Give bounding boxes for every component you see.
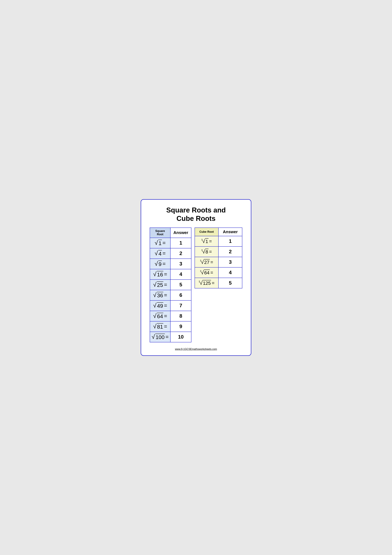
sq-answer-cell: 9 — [170, 321, 191, 332]
sqrt-expression: √ 25 = — [153, 281, 167, 288]
sqrt-expression: √ 9 = — [155, 260, 166, 267]
sq-expr-cell: √ 1 = — [150, 238, 170, 248]
sqrt-expression: √ 16 = — [153, 271, 167, 278]
radical-symbol: √ — [153, 313, 157, 319]
sqrt-number: 1 — [158, 240, 162, 246]
equals-sign: = — [163, 240, 166, 246]
sqrt-number: 25 — [157, 281, 164, 288]
cbrt-equals-sign: = — [209, 239, 212, 244]
sq-answer-cell: 4 — [170, 269, 191, 280]
cbrt-number: 64 — [204, 270, 210, 275]
sq-expr-cell: √ 36 = — [150, 290, 170, 300]
sqrt-number: 9 — [158, 261, 162, 267]
sq-answer-cell: 10 — [170, 332, 191, 342]
cbrt-radical-symbol: √ — [202, 248, 205, 255]
sqrt-expression: √ 1 = — [155, 240, 166, 246]
sqrt-number: 4 — [158, 250, 162, 257]
cbrt-radical-symbol: √ — [200, 280, 203, 286]
cube-index: 3 — [201, 249, 203, 251]
cb-answer-cell: 2 — [218, 247, 242, 257]
sqrt-number: 16 — [157, 271, 164, 278]
cube-root-table: Cube Root Answer 3 √ 1 = 1 3 √ 8 = 2 3 √… — [195, 227, 242, 288]
cbrt-radical-symbol: √ — [202, 238, 205, 244]
radical-symbol: √ — [152, 334, 155, 340]
sq-expr-cell: √ 64 = — [150, 311, 170, 321]
equals-sign: = — [164, 302, 167, 309]
cbrt-number: 125 — [202, 280, 211, 286]
cbrt-equals-sign: = — [210, 270, 213, 275]
sq-expr-cell: √ 81 = — [150, 321, 170, 332]
cb-answer-cell: 4 — [218, 267, 242, 278]
square-root-table: Square Root Answer √ 1 = 1 √ 4 = 2 √ 9 =… — [150, 227, 192, 342]
cbrt-expression: 3 √ 64 = — [200, 270, 213, 276]
cb-answer-cell: 1 — [218, 236, 242, 247]
cb-answer-cell: 5 — [218, 278, 242, 288]
sqrt-expression: √ 100 = — [152, 334, 169, 340]
radical-symbol: √ — [153, 323, 157, 330]
radical-symbol: √ — [155, 250, 158, 257]
cbrt-expression: 3 √ 8 = — [201, 248, 212, 255]
cbrt-equals-sign: = — [210, 259, 213, 265]
radical-symbol: √ — [155, 260, 158, 267]
cb-col1-header: Cube Root — [195, 228, 218, 236]
sq-expr-cell: √ 100 = — [150, 332, 170, 342]
equals-sign: = — [164, 292, 167, 298]
cbrt-radical-symbol: √ — [201, 259, 204, 265]
sqrt-number: 64 — [157, 313, 164, 319]
sq-answer-cell: 5 — [170, 280, 191, 290]
sqrt-number: 49 — [157, 302, 164, 309]
tables-container: Square Root Answer √ 1 = 1 √ 4 = 2 √ 9 =… — [150, 227, 242, 342]
sqrt-expression: √ 81 = — [153, 323, 167, 330]
cbrt-equals-sign: = — [209, 249, 212, 254]
radical-symbol: √ — [153, 302, 157, 309]
sq-expr-cell: √ 4 = — [150, 248, 170, 259]
cbrt-expression: 3 √ 1 = — [201, 238, 212, 244]
cb-expr-cell: 3 √ 1 = — [195, 236, 218, 247]
footer-link[interactable]: www.9-1GCSEmathsworksheets.com — [175, 348, 217, 351]
sq-answer-cell: 7 — [170, 300, 191, 311]
equals-sign: = — [163, 261, 166, 267]
sq-expr-cell: √ 25 = — [150, 280, 170, 290]
sq-col2-header: Answer — [170, 228, 191, 238]
sq-answer-cell: 8 — [170, 311, 191, 321]
radical-symbol: √ — [153, 281, 157, 288]
equals-sign: = — [164, 271, 167, 277]
cbrt-number: 8 — [205, 249, 208, 255]
equals-sign: = — [164, 323, 167, 329]
sq-answer-cell: 3 — [170, 259, 191, 269]
cb-answer-cell: 3 — [218, 257, 242, 267]
sq-expr-cell: √ 9 = — [150, 259, 170, 269]
equals-sign: = — [164, 313, 167, 319]
cube-index: 3 — [200, 270, 201, 272]
cb-expr-cell: 3 √ 27 = — [195, 257, 218, 267]
cbrt-number: 1 — [205, 238, 208, 244]
sqrt-expression: √ 64 = — [153, 313, 167, 319]
page-title: Square Roots and Cube Roots — [166, 206, 226, 223]
equals-sign: = — [165, 334, 169, 340]
sq-expr-cell: √ 16 = — [150, 269, 170, 280]
cb-expr-cell: 3 √ 64 = — [195, 267, 218, 278]
sq-answer-cell: 1 — [170, 238, 191, 248]
equals-sign: = — [163, 250, 166, 256]
radical-symbol: √ — [153, 271, 157, 278]
radical-symbol: √ — [155, 240, 158, 246]
cbrt-radical-symbol: √ — [201, 270, 204, 276]
cb-expr-cell: 3 √ 8 = — [195, 247, 218, 257]
sq-expr-cell: √ 49 = — [150, 300, 170, 311]
page: Square Roots and Cube Roots Square Root … — [141, 199, 251, 356]
cube-index: 3 — [200, 259, 201, 262]
sq-answer-cell: 6 — [170, 290, 191, 300]
cbrt-number: 27 — [204, 259, 210, 265]
equals-sign: = — [164, 282, 167, 288]
cb-expr-cell: 3 √ 125 = — [195, 278, 218, 288]
cbrt-equals-sign: = — [212, 280, 214, 286]
sqrt-number: 36 — [157, 292, 164, 299]
sq-col1-header: Square Root — [150, 228, 170, 238]
cbrt-expression: 3 √ 125 = — [199, 280, 214, 286]
sqrt-number: 81 — [157, 323, 164, 330]
sqrt-expression: √ 36 = — [153, 292, 167, 299]
cube-index: 3 — [199, 280, 200, 283]
sqrt-number: 100 — [155, 334, 165, 340]
radical-symbol: √ — [153, 292, 157, 299]
sq-answer-cell: 2 — [170, 248, 191, 259]
